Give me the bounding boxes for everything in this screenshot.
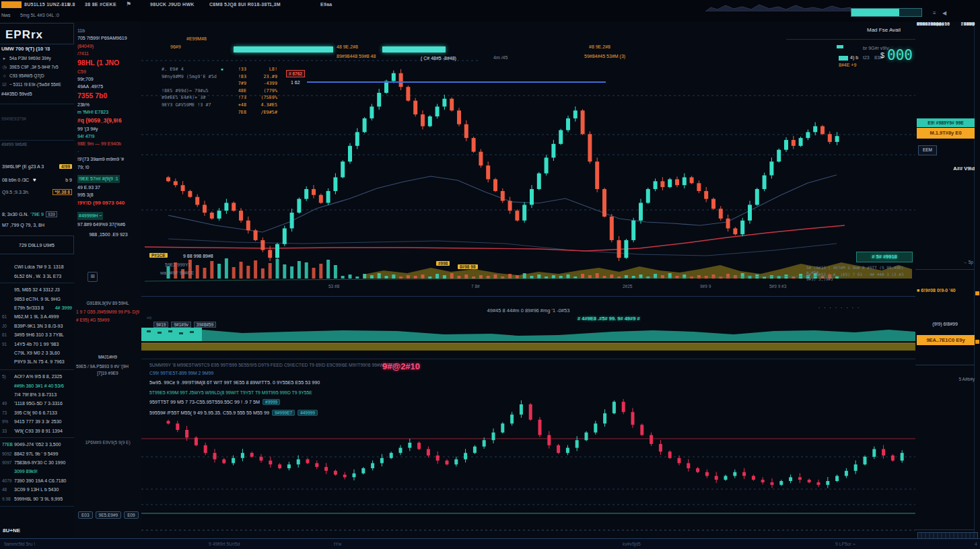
small-button[interactable]: 9E5.E9#9 [96, 511, 122, 519]
yellow-badge: 4!99 [59, 164, 72, 169]
table-row[interactable]: 61 M62,M 1 9L 3 A.4999 [0, 312, 74, 321]
status-item: tYw [334, 542, 341, 546]
table-row[interactable]: 33 'W9( C93 39 8 91 1394 [0, 426, 74, 435]
menu-item[interactable]: C8M8 5JQ8 8UI R018-38T [209, 2, 270, 7]
table-row[interactable]: CWI Ldca 7t# 9 3. 1318 [0, 262, 74, 271]
alert-order-row[interactable]: ■ 6!9#08 0!9-0 '40 [917, 288, 956, 293]
summary-row-2[interactable]: 08 b9n 0 /3C ♥ b 9 [2, 177, 72, 183]
sidebar-item[interactable]: ◷ 39E5 C9F ,3# 5-9#4f 7v5 [1, 63, 73, 71]
depth-label-4: 59#84#45 53#M (3) [584, 54, 625, 59]
legend-row: #. E9# 4 ▪ !33 L8! [162, 66, 277, 73]
teal-tick [837, 45, 843, 48]
table-row[interactable]: 9853 eC7H. 9 9L 9HG [0, 294, 74, 303]
quote-row: !9EE 57m! #(9(9 :1 [77, 175, 120, 182]
section-header: 49#99 9#6#E [1, 142, 28, 147]
table-row[interactable]: 9% 9415 777 39 3 3r 2530 [0, 417, 74, 426]
table-row[interactable]: 7/4 79f 8% 3 8-7313 [0, 390, 74, 399]
stats-row-2: 9# ,9#53 ( #, )E5) 7 93 - 4# 44# 3 (3 #3… [806, 272, 915, 281]
menu-item[interactable]: 1,3M [269, 2, 281, 7]
orders-link-box[interactable]: 729 D9LL9 U9#5 [0, 235, 74, 254]
orders-header: A## V9ld [915, 166, 975, 172]
news-line[interactable]: C99! 99T!E5T-899 99M 2 9M99 [149, 369, 910, 377]
more-link[interactable]: → 5p [963, 260, 973, 264]
quote-row: 79; !0 [77, 163, 139, 171]
table-row[interactable]: 48 3C09 9 13H L b 5430 [0, 485, 74, 494]
menu-item[interactable]: 98UCK J9UD HWK [150, 2, 195, 7]
mid-mini-label: m) [147, 316, 151, 320]
table-row[interactable]: 4079 7390 390 19A 4 C6.7180 [0, 476, 74, 485]
summary-row-4[interactable]: 8; 3x30 G.N. '79E 9 939 [2, 211, 72, 217]
table-row[interactable]: J0 B39P-9K1 3N 3 8./3-93 [0, 322, 74, 330]
quote-row: · [77, 148, 139, 155]
table-row[interactable]: 3099 89k9! [0, 467, 74, 476]
specs-label[interactable]: #4#35D 59vd5 [1, 92, 32, 96]
volume-pill-3[interactable]: 8#98 98 [458, 264, 478, 269]
table-row[interactable]: 5) AO!? A% 9!5 8 8, 2325 [0, 372, 74, 381]
sell-banner-button[interactable]: M.1.9T#8y E0 [917, 128, 975, 139]
quote-row: 995 3(8 [77, 191, 139, 198]
quote-row: #q (9059_3(9,9!6 [77, 116, 139, 125]
heart-icon[interactable]: ♥ [33, 177, 36, 183]
app-logo[interactable] [1, 1, 22, 8]
menu-item[interactable]: E9aa [320, 2, 332, 7]
table-row[interactable]: 9.98 599!H6L 90 '3 9L 9,995 [0, 494, 74, 503]
buy-banner-button[interactable]: E9! #989Y9# 99E [917, 118, 975, 127]
depth-label-2: 89#98448 59#8 48 [337, 54, 376, 59]
table-row[interactable]: C79L X9 M0 2 3 3L60 [0, 349, 74, 357]
available-balance-value: 000 [887, 47, 913, 63]
table-row[interactable]: E79h 5r/333 8 4# 3999 [0, 303, 74, 312]
menu-item[interactable]: U.8 [67, 2, 75, 7]
table-row[interactable]: 73 395 C9( 90 6 6.7133 [0, 408, 74, 417]
position-row[interactable]: C790 5mm#79! [917, 22, 975, 27]
sidebar-item[interactable]: ▸ 54a P3M 9#69d 39#y [1, 54, 73, 63]
news-line[interactable]: 59559# /F55T M55( 9 49 5.95.35. C55.9 55… [149, 408, 910, 418]
table-row[interactable]: 6L52 6N , W. 3 3L E73 [0, 271, 74, 280]
table-row[interactable]: 9097 7583b9-9Y30 C 30 1990 [0, 458, 74, 467]
table-row[interactable]: 95, M65 32 4 3312 J3 [0, 285, 74, 294]
news-label[interactable]: Nws [1, 13, 11, 17]
scroll-marker-2 [975, 340, 979, 344]
news-line[interactable]: 5UMM99Y '8 M99E5TW9TC9 E95 99T!599 5E55!… [149, 361, 910, 369]
warning-banner[interactable]: 9EA..7E1C0 E9y [917, 335, 975, 345]
ribbon-title: 49#45 8 44#m 0 89#96 #mg '1 -0#53 [141, 307, 915, 314]
symbol-chip[interactable]: EEM [918, 145, 937, 155]
volume-label-2: wa 9#9F 99#CE [160, 270, 194, 275]
back-icon[interactable]: ◀ [942, 10, 946, 16]
price-tag-pill[interactable]: P#1CE [149, 253, 168, 258]
highlight-badge: 9#@2#10 [382, 361, 420, 371]
small-button[interactable]: E03 [78, 511, 93, 519]
status-item: kv#v5jd5 [623, 542, 641, 546]
grid-icon[interactable]: ⊞ [88, 272, 98, 282]
table-row[interactable]: 61 3#95 9H6 310 3 3 7Y8L [0, 330, 74, 339]
trading-terminal-window: 8U51L15 1UNZ-818 U.8 38 8E #CEKE 98UCK J… [0, 0, 980, 549]
news-line[interactable]: 959TT5T 99 M5 7 73-C55.95T559.55C 99 ! .… [149, 397, 910, 408]
summary-row-5[interactable]: M7 ,799 Q 79, 3, 8H [2, 223, 72, 227]
scroll-strip[interactable] [974, 22, 980, 538]
x-axis-label: 7 8# [471, 284, 480, 289]
small-button[interactable]: E09 [124, 511, 139, 519]
menu-item[interactable]: 38 8E #CEKE [85, 2, 116, 7]
sidebar-item[interactable]: ○ C93 95#W5 Q7(D [1, 71, 73, 80]
news-line[interactable]: 5T99E5 K99M 99T J5WY5 W99LD(8 99W!T T9Y5… [149, 388, 910, 397]
table-row[interactable]: 9092 8842 97L 9b ' 9 5499 [0, 449, 74, 458]
alert-price-badge[interactable]: # 6762 [286, 70, 305, 77]
horizontal-scrollbar[interactable] [917, 532, 978, 539]
volume-pill-2[interactable]: #998 [436, 261, 450, 266]
main-candlestick-chart[interactable] [141, 22, 915, 296]
summary-row-3[interactable]: Q9.5 ;9.3.3h. *9!.38 8 [2, 189, 72, 195]
table-row[interactable]: ##9h 360 3#1 # 40 53/6 [0, 381, 74, 390]
panel-footer-label: 8U+NE [3, 527, 20, 534]
table-row[interactable]: 49 '1118 95G-5D 7 3-3316 [0, 399, 74, 408]
table-row[interactable]: 91 14Y5 4b 70 1 99 '983 [0, 339, 74, 348]
quote-row: /7411 [77, 50, 139, 57]
summary-row-1[interactable]: 39#6L9P (E g23 A 3 4!99 [2, 164, 72, 169]
news-line[interactable]: 5w95. 99Ce 9 .99!9T9M(8 6T W!T 99T 9E55 … [149, 377, 910, 388]
table-row[interactable]: 77EB 9049-J74 '052 3 3,500 [0, 440, 74, 449]
quote-row: !9Y!D (99 0973 040 [77, 198, 139, 208]
menu-item[interactable]: 8U51L15 1UNZ-818 [24, 2, 70, 7]
table-row[interactable]: P9Y9 3L.N 75 4. 9 7963 [0, 357, 74, 366]
sidebar-item[interactable]: ☑ ~ 5311 !9 E9r-('5w5# 55#E [1, 80, 73, 89]
menu-icon[interactable]: ≡ [933, 10, 936, 16]
depth-label-3: #8 9E.2#8 [589, 44, 610, 49]
orders-panel: E9! #989Y9# 99E M.1.9T#8y E0 EEM A## V9l… [915, 22, 980, 538]
